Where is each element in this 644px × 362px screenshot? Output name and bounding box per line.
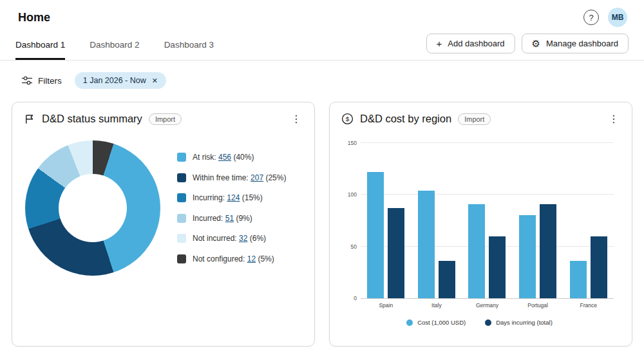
filters-label: Filters [38, 76, 62, 86]
bar-group-spain [361, 143, 412, 298]
cost-by-region-card: $ D&D cost by region Import ⋮ 050100150 … [329, 102, 632, 347]
legend-count-link[interactable]: 32 [239, 234, 247, 243]
filters-button[interactable]: Filters [22, 76, 62, 86]
status-legend: At risk: 456 (40%)Within free time: 207 … [177, 153, 286, 263]
page-header: Home ? MB [0, 0, 644, 32]
legend-label: Incurred: 51 (9%) [193, 214, 252, 223]
kebab-menu-icon[interactable]: ⋮ [606, 113, 621, 125]
x-axis-category-label: Portugal [513, 302, 564, 309]
y-axis-tick-label: 100 [340, 191, 357, 198]
legend-swatch [177, 193, 186, 202]
y-axis-tick-label: 50 [340, 243, 357, 250]
legend-count-link[interactable]: 12 [247, 254, 256, 263]
filter-sliders-icon [22, 76, 32, 85]
bar [489, 236, 506, 298]
bar [519, 215, 536, 298]
legend-count-link[interactable]: 207 [251, 173, 263, 182]
bar-group-germany [462, 143, 513, 298]
legend-label: Not configured: 12 (5%) [193, 254, 274, 263]
chart-legend-label: Days incurring (total) [496, 319, 553, 326]
legend-count-link[interactable]: 456 [218, 153, 231, 162]
svg-text:$: $ [346, 115, 350, 122]
status-summary-card: D&D status summary Import ⋮ At risk: 456… [12, 102, 315, 347]
cost-card-header: $ D&D cost by region Import ⋮ [330, 102, 632, 131]
header-actions: ? MB [583, 8, 627, 27]
legend-dot [406, 319, 413, 326]
legend-item: Incurring: 124 (15%) [177, 193, 286, 202]
dollar-circle-icon: $ [341, 113, 354, 125]
bar [367, 172, 384, 298]
filters-row: Filters 1 Jan 2026 - Now ✕ [0, 61, 644, 95]
legend-label: Not incurred: 32 (6%) [193, 234, 266, 243]
import-badge: Import [458, 113, 491, 125]
bar-group-portugal [513, 143, 564, 298]
bar [591, 236, 607, 298]
legend-item: Within free time: 207 (25%) [177, 173, 286, 182]
y-axis-tick-label: 0 [340, 295, 357, 301]
page-title: Home [18, 11, 50, 24]
donut-chart [25, 140, 160, 276]
x-axis-category-label: Germany [462, 302, 513, 309]
bar [439, 261, 455, 298]
status-card-title: D&D status summary [42, 113, 142, 125]
legend-swatch [177, 173, 186, 182]
tab-dashboard-2[interactable]: Dashboard 2 [90, 32, 139, 60]
bar [468, 204, 485, 298]
x-axis-category-label: Spain [361, 302, 412, 309]
x-axis-category-label: Italy [412, 302, 462, 309]
chart-legend-label: Cost (1,000 USD) [417, 319, 466, 326]
tab-actions: + Add dashboard ⚙ Manage dashboard [426, 33, 629, 59]
help-icon[interactable]: ? [583, 10, 599, 25]
legend-count-link[interactable]: 51 [225, 214, 234, 223]
bar [388, 208, 404, 298]
legend-label: At risk: 456 (40%) [193, 153, 254, 162]
bar [570, 261, 587, 298]
manage-dashboard-label: Manage dashboard [546, 39, 618, 48]
dashboard-cards: D&D status summary Import ⋮ At risk: 456… [0, 95, 644, 353]
add-dashboard-button[interactable]: + Add dashboard [426, 33, 515, 53]
bar-legend: Cost (1,000 USD)Days incurring (total) [339, 319, 620, 326]
legend-label: Within free time: 207 (25%) [193, 173, 286, 182]
cost-card-title: D&D cost by region [360, 113, 451, 125]
close-icon[interactable]: ✕ [152, 77, 158, 85]
bar-categories: SpainItalyGermanyPortugalFrance [361, 299, 614, 309]
date-filter-chip[interactable]: 1 Jan 2026 - Now ✕ [75, 72, 166, 89]
legend-swatch [177, 234, 186, 243]
add-dashboard-label: Add dashboard [448, 39, 504, 48]
legend-dot [485, 319, 491, 326]
avatar[interactable]: MB [608, 8, 627, 27]
manage-dashboard-button[interactable]: ⚙ Manage dashboard [522, 33, 629, 53]
y-axis-tick-label: 150 [340, 140, 357, 146]
date-filter-text: 1 Jan 2026 - Now [83, 76, 146, 85]
legend-swatch [177, 254, 186, 263]
tab-dashboard-3[interactable]: Dashboard 3 [164, 32, 214, 60]
bar [418, 191, 435, 298]
status-card-header: D&D status summary Import ⋮ [12, 102, 314, 131]
kebab-menu-icon[interactable]: ⋮ [289, 113, 304, 125]
import-badge: Import [149, 113, 182, 125]
bar-group-france [563, 143, 614, 298]
tab-bar: Dashboard 1 Dashboard 2 Dashboard 3 + Ad… [0, 32, 644, 61]
status-card-body: At risk: 456 (40%)Within free time: 207 … [12, 131, 314, 282]
plus-icon: + [437, 39, 442, 48]
chart-legend-item[interactable]: Cost (1,000 USD) [406, 319, 466, 326]
bar-plot: 050100150 [361, 143, 614, 299]
legend-label: Incurring: 124 (15%) [193, 193, 263, 202]
legend-swatch [177, 214, 186, 223]
legend-count-link[interactable]: 124 [227, 193, 240, 202]
x-axis-category-label: France [563, 302, 614, 309]
bar-group-italy [412, 143, 462, 298]
bar-groups [361, 143, 614, 298]
legend-item: Incurred: 51 (9%) [177, 214, 286, 223]
legend-item: Not configured: 12 (5%) [177, 254, 286, 263]
bar [540, 204, 556, 298]
flag-icon [24, 113, 35, 125]
legend-item: Not incurred: 32 (6%) [177, 234, 286, 243]
legend-swatch [177, 153, 186, 162]
tab-dashboard-1[interactable]: Dashboard 1 [15, 32, 65, 60]
gear-icon: ⚙ [532, 39, 540, 48]
legend-item: At risk: 456 (40%) [177, 153, 286, 162]
chart-legend-item[interactable]: Days incurring (total) [485, 319, 553, 326]
cost-chart-body: 050100150 SpainItalyGermanyPortugalFranc… [330, 131, 632, 326]
